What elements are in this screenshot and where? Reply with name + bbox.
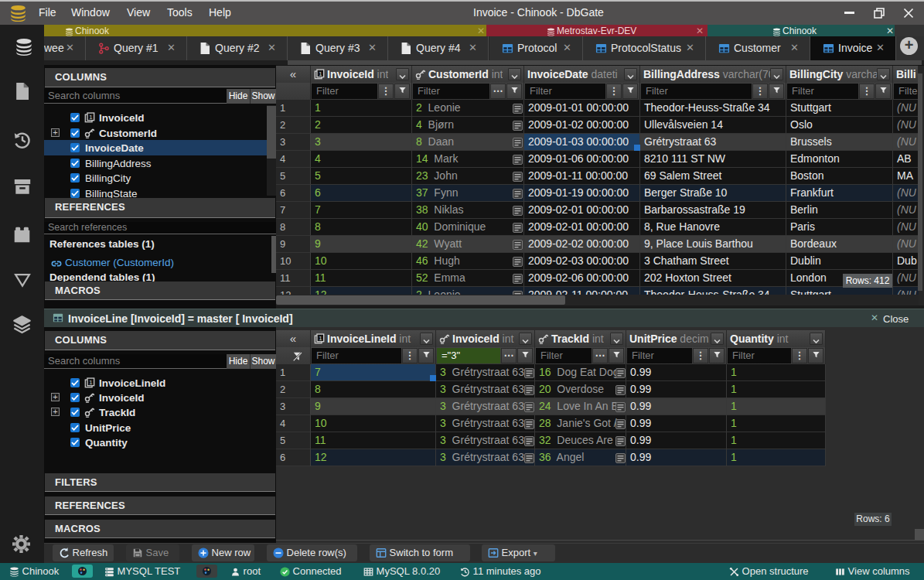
svg-text:1: 1 (319, 335, 322, 342)
svg-text:1: 1 (89, 379, 92, 386)
svg-text:1: 1 (319, 70, 322, 77)
svg-text:1: 1 (89, 114, 92, 121)
